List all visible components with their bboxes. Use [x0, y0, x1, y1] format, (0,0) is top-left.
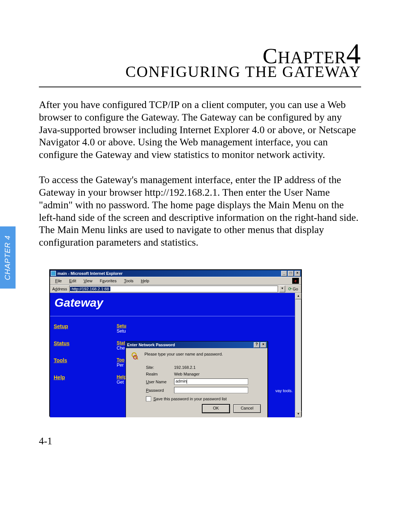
- gateway-brand: Gateway: [54, 296, 103, 310]
- menu-favorites[interactable]: Favorites: [97, 278, 119, 284]
- gateway-sidebar: Setup Status Tools Help: [50, 318, 110, 417]
- save-password-label: Save this password in your password list: [153, 397, 227, 401]
- main-tools-link[interactable]: Too: [117, 357, 124, 363]
- go-arrow-icon: ⟳: [288, 286, 292, 292]
- go-label: Go: [293, 287, 298, 291]
- scroll-up-button[interactable]: ▲: [295, 293, 301, 299]
- menu-view[interactable]: View: [81, 278, 96, 284]
- scrollbar[interactable]: ▲ ▼: [295, 293, 301, 417]
- main-tools-sub: Per: [117, 363, 124, 368]
- go-button[interactable]: ⟳ Go: [287, 286, 300, 292]
- menu-file[interactable]: File: [52, 278, 65, 284]
- address-url: http://192.168.2.1:88: [70, 287, 110, 291]
- ie-window-title: main - Microsoft Internet Explorer: [57, 271, 123, 276]
- username-label: User Name: [146, 380, 172, 384]
- menu-tools[interactable]: Tools: [121, 278, 137, 284]
- login-prompt: Please type your user name and password.: [144, 352, 223, 356]
- save-password-checkbox[interactable]: [146, 396, 151, 401]
- address-input[interactable]: http://192.168.2.1:88: [69, 286, 278, 292]
- main-help-link[interactable]: Help: [117, 374, 126, 380]
- paragraph-2: To access the Gateway's management inter…: [39, 174, 361, 249]
- main-help-sub: Get: [117, 380, 124, 385]
- realm-label: Realm: [146, 372, 172, 376]
- dialog-help-button[interactable]: ?: [254, 342, 260, 348]
- sidebar-item-status[interactable]: Status: [54, 340, 110, 346]
- ie-titlebar: main - Microsoft Internet Explorer _ □ ×: [50, 270, 301, 277]
- page-viewport: Gateway Setup Status Tools Help Setu Set…: [50, 293, 295, 417]
- site-label: Site:: [146, 365, 172, 370]
- side-tab-label: CHAPTER 4: [4, 235, 12, 280]
- main-status-sub: Che: [117, 346, 125, 351]
- maximize-button[interactable]: □: [288, 271, 294, 276]
- login-dialog-titlebar: Enter Network Password ? ×: [126, 341, 267, 348]
- address-label: Address: [51, 287, 68, 291]
- page-number: 4-1: [39, 435, 52, 447]
- realm-value: Web Manager: [174, 372, 262, 376]
- cancel-button[interactable]: Cancel: [233, 404, 261, 413]
- dialog-close-button[interactable]: ×: [260, 342, 266, 348]
- minimize-button[interactable]: _: [281, 271, 287, 276]
- username-input[interactable]: admin: [174, 378, 248, 385]
- address-dropdown-button[interactable]: ▼: [279, 286, 285, 292]
- paragraph-1: After you have configured TCP/IP on a cl…: [39, 98, 361, 161]
- ie-window: main - Microsoft Internet Explorer _ □ ×…: [49, 269, 302, 417]
- password-input[interactable]: [174, 387, 248, 393]
- side-tab: CHAPTER 4: [0, 226, 16, 289]
- ie-address-bar: Address http://192.168.2.1:88 ▼ ⟳ Go: [50, 285, 301, 293]
- ie-logo-icon: e: [292, 278, 299, 284]
- menu-help[interactable]: Help: [138, 278, 152, 284]
- main-status-link[interactable]: Stat: [117, 340, 125, 346]
- ie-app-icon: [51, 271, 56, 276]
- right-hint-text: vay tools.: [276, 388, 293, 393]
- ok-button[interactable]: OK: [202, 404, 230, 413]
- ie-menubar: File Edit View Favorites Tools Help e: [50, 277, 301, 285]
- main-setup-sub: Setu: [117, 329, 126, 334]
- close-button[interactable]: ×: [294, 271, 300, 276]
- menu-edit[interactable]: Edit: [66, 278, 79, 284]
- keys-icon: [131, 352, 141, 361]
- chapter-title: CONFIGURING THE GATEWAY: [126, 63, 361, 81]
- password-label: Password: [146, 388, 172, 393]
- main-setup-link[interactable]: Setu: [117, 323, 126, 329]
- login-dialog: Enter Network Password ? ×: [126, 341, 268, 417]
- sidebar-item-help[interactable]: Help: [54, 374, 110, 380]
- body-text: After you have configured TCP/IP on a cl…: [39, 98, 361, 261]
- login-dialog-title: Enter Network Password: [127, 343, 175, 347]
- sidebar-item-setup[interactable]: Setup: [54, 323, 110, 329]
- scroll-down-button[interactable]: ▼: [295, 411, 301, 417]
- site-value: 192.168.2.1: [174, 365, 262, 370]
- gateway-divider: [50, 316, 295, 316]
- title-rule: [39, 87, 361, 87]
- sidebar-item-tools[interactable]: Tools: [54, 357, 110, 363]
